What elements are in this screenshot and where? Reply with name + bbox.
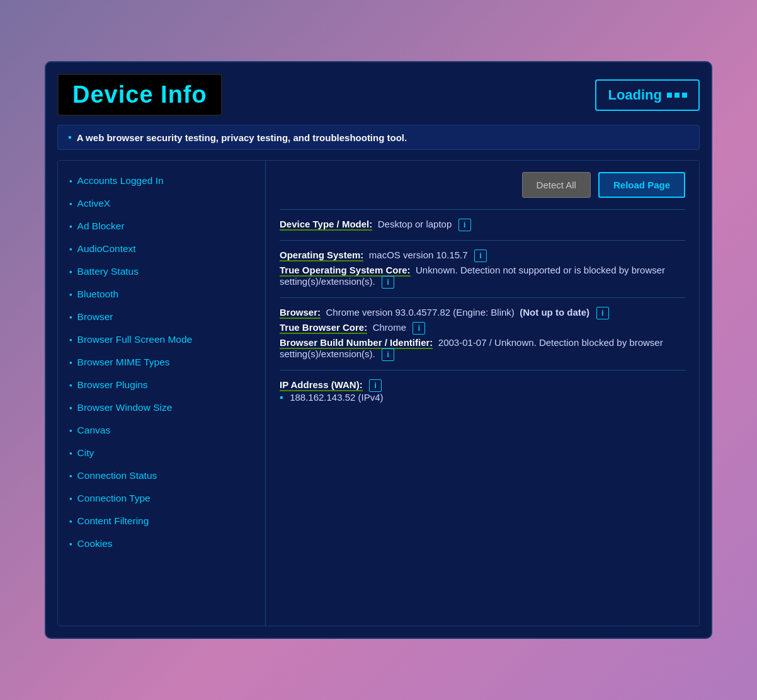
- divider-4: [280, 370, 685, 370]
- title-box: Device Info: [57, 74, 222, 116]
- device-type-value: Desktop or laptop: [378, 219, 452, 229]
- sidebar-item-canvas[interactable]: ▪ Canvas: [58, 419, 265, 442]
- sidebar-item-label: Bluetooth: [77, 289, 119, 300]
- subtitle-bar: ▪ A web browser security testing, privac…: [57, 125, 700, 150]
- sidebar-item-label: ActiveX: [77, 198, 111, 209]
- bullet-icon: ▪: [69, 176, 72, 186]
- bullet-icon: ▪: [69, 494, 72, 503]
- body-layout: ▪ Accounts Logged In ▪ ActiveX ▪ Ad Bloc…: [57, 160, 700, 626]
- bullet-icon: ▪: [69, 199, 72, 209]
- main-content: Detect All Reload Page Device Type / Mod…: [266, 161, 699, 626]
- sidebar-item-battery[interactable]: ▪ Battery Status: [58, 260, 265, 283]
- sidebar-item-label: Browser Window Size: [77, 402, 173, 413]
- sidebar-item-label: Connection Type: [77, 493, 151, 504]
- bullet-icon: ▪: [69, 471, 72, 481]
- sidebar-item-label: Browser Plugins: [77, 379, 148, 391]
- sidebar-item-label: Cookies: [77, 538, 113, 549]
- main-container: Device Info Loading ▪ A web browser secu…: [45, 61, 712, 639]
- sidebar-item-content-filtering[interactable]: ▪ Content Filtering: [58, 510, 265, 532]
- bullet-icon: ▪: [69, 358, 72, 367]
- sidebar-item-label: Battery Status: [77, 266, 139, 277]
- bullet-icon: ▪: [69, 267, 72, 277]
- sidebar-item-label: Browser MIME Types: [77, 357, 170, 368]
- sidebar-item-label: AudioContext: [77, 243, 136, 255]
- bullet-icon: ▪: [69, 222, 72, 231]
- header: Device Info Loading: [57, 74, 700, 116]
- subtitle-bullet: ▪: [68, 132, 72, 143]
- divider-2: [280, 240, 685, 241]
- browser-label: Browser:: [280, 307, 321, 319]
- page-title: Device Info: [72, 81, 207, 108]
- true-browser-block: True Browser Core: Chrome i: [280, 322, 685, 335]
- sidebar-item-label: Browser: [77, 311, 113, 323]
- sidebar-item-bluetooth[interactable]: ▪ Bluetooth: [58, 283, 265, 306]
- browser-info-icon[interactable]: i: [596, 307, 609, 319]
- subtitle-text: A web browser security testing, privacy …: [77, 132, 407, 143]
- loading-label: Loading: [608, 87, 662, 103]
- bullet-icon: ▪: [69, 449, 72, 458]
- sidebar-item-label: Browser Full Screen Mode: [77, 334, 193, 345]
- sidebar-item-label: Canvas: [77, 425, 111, 436]
- os-value: macOS version 10.15.7: [369, 250, 468, 260]
- reload-page-button[interactable]: Reload Page: [598, 172, 685, 198]
- os-block: Operating System: macOS version 10.15.7 …: [280, 250, 685, 262]
- true-browser-label: True Browser Core:: [280, 322, 367, 334]
- sidebar: ▪ Accounts Logged In ▪ ActiveX ▪ Ad Bloc…: [58, 161, 266, 626]
- bullet-icon: ▪: [69, 517, 72, 526]
- true-os-info-icon[interactable]: i: [382, 276, 394, 289]
- sidebar-item-label: Connection Status: [77, 470, 157, 481]
- loading-indicator: Loading: [595, 79, 700, 111]
- sidebar-item-window-size[interactable]: ▪ Browser Window Size: [58, 396, 265, 419]
- bullet-icon: ▪: [69, 381, 72, 390]
- sidebar-item-cookies[interactable]: ▪ Cookies: [58, 532, 265, 555]
- build-info-icon[interactable]: i: [382, 348, 394, 361]
- dot-3: [682, 93, 687, 98]
- bullet-icon: ▪: [69, 426, 72, 435]
- sidebar-item-connection-status[interactable]: ▪ Connection Status: [58, 464, 265, 487]
- os-info-icon[interactable]: i: [474, 250, 487, 262]
- device-type-block: Device Type / Model: Desktop or laptop i: [280, 219, 685, 231]
- sidebar-item-label: Content Filtering: [77, 515, 149, 527]
- bullet-icon: ▪: [69, 290, 72, 299]
- browser-warning: (Not up to date): [520, 307, 589, 318]
- bullet-icon: ▪: [69, 313, 72, 322]
- true-os-block: True Operating System Core: Unknown. Det…: [280, 265, 685, 289]
- true-os-label: True Operating System Core:: [280, 265, 411, 277]
- true-browser-info-icon[interactable]: i: [413, 322, 425, 335]
- build-block: Browser Build Number / Identifier: 2003-…: [280, 337, 685, 361]
- sidebar-item-label: Accounts Logged In: [77, 175, 164, 186]
- sidebar-item-adblocker[interactable]: ▪ Ad Blocker: [58, 215, 265, 238]
- sidebar-item-mime[interactable]: ▪ Browser MIME Types: [58, 351, 265, 374]
- ip-info-icon[interactable]: i: [369, 379, 382, 392]
- loading-dots: [667, 93, 687, 98]
- sidebar-item-plugins[interactable]: ▪ Browser Plugins: [58, 374, 265, 396]
- bullet-icon: ▪: [69, 335, 72, 345]
- bullet-icon: ▪: [69, 403, 72, 413]
- ip-label: IP Address (WAN):: [280, 379, 363, 391]
- sidebar-item-city[interactable]: ▪ City: [58, 442, 265, 464]
- sidebar-item-browser[interactable]: ▪ Browser: [58, 306, 265, 328]
- browser-block: Browser: Chrome version 93.0.4577.82 (En…: [280, 307, 685, 319]
- sidebar-item-label: Ad Blocker: [77, 221, 125, 232]
- device-type-label: Device Type / Model:: [280, 219, 372, 231]
- sidebar-item-audiocontext[interactable]: ▪ AudioContext: [58, 238, 265, 260]
- os-label: Operating System:: [280, 250, 363, 261]
- bullet-icon: ▪: [69, 244, 72, 254]
- divider-3: [280, 297, 685, 298]
- toolbar: Detect All Reload Page: [280, 172, 685, 198]
- dot-2: [674, 93, 680, 98]
- sidebar-item-accounts[interactable]: ▪ Accounts Logged In: [58, 169, 265, 192]
- bullet-icon: ▪: [69, 539, 72, 549]
- sidebar-item-activex[interactable]: ▪ ActiveX: [58, 192, 265, 215]
- sidebar-item-connection-type[interactable]: ▪ Connection Type: [58, 487, 265, 510]
- build-label: Browser Build Number / Identifier:: [280, 337, 433, 349]
- sidebar-item-fullscreen[interactable]: ▪ Browser Full Screen Mode: [58, 328, 265, 351]
- device-type-info-icon[interactable]: i: [458, 219, 471, 231]
- detect-all-button[interactable]: Detect All: [522, 172, 591, 198]
- divider-1: [280, 209, 685, 210]
- dot-1: [667, 93, 672, 98]
- sidebar-item-label: City: [77, 447, 94, 459]
- true-browser-value: Chrome: [373, 322, 406, 333]
- browser-value: Chrome version 93.0.4577.82 (Engine: Bli…: [326, 307, 514, 318]
- ip-bullet: ▪: [280, 392, 283, 403]
